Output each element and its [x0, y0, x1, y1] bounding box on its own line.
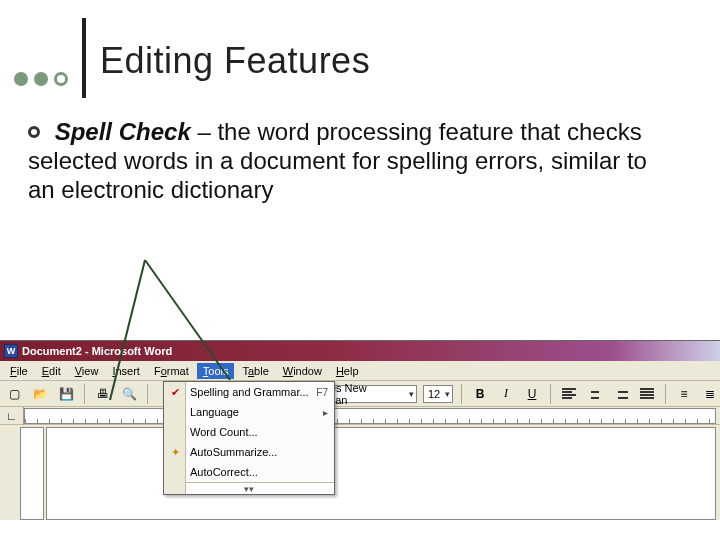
font-size-select[interactable]: 12 [423, 385, 453, 403]
dot-icon [14, 72, 28, 86]
bullet-term: Spell Check [55, 118, 191, 145]
word-titlebar: W Document2 - Microsoft Word [0, 341, 720, 361]
tools-wordcount-label: Word Count... [190, 426, 258, 438]
print-button[interactable]: 🖶 [93, 384, 113, 404]
menu-help[interactable]: Help [330, 363, 365, 379]
slide-body: Spell Check – the word processing featur… [28, 118, 680, 204]
toolbar-separator [461, 384, 462, 404]
left-gutter [0, 425, 18, 520]
tools-spelling-label: Spelling and Grammar... [190, 386, 309, 398]
autosummarize-icon: ✦ [167, 444, 183, 460]
chevron-down-icon: ▾▾ [244, 484, 254, 494]
tools-wordcount-item[interactable]: Word Count... [164, 422, 334, 442]
slide-title: Editing Features [100, 40, 370, 82]
save-button[interactable]: 💾 [56, 384, 76, 404]
tools-spelling-item[interactable]: ✔ Spelling and Grammar... F7 [164, 382, 334, 402]
vertical-ruler[interactable] [20, 427, 44, 520]
word-title-text: Document2 - Microsoft Word [22, 345, 172, 357]
tools-language-item[interactable]: Language ▸ [164, 402, 334, 422]
word-app-icon: W [4, 344, 18, 358]
menu-view[interactable]: View [69, 363, 105, 379]
tools-autosummarize-label: AutoSummarize... [190, 446, 277, 458]
dot-icon [34, 72, 48, 86]
tools-spelling-shortcut: F7 [316, 387, 328, 398]
spellcheck-icon: ✔ [167, 384, 183, 400]
toolbar-separator [147, 384, 148, 404]
menu-format[interactable]: Format [148, 363, 195, 379]
title-divider [82, 18, 86, 98]
underline-button[interactable]: U [522, 384, 542, 404]
tools-language-label: Language [190, 406, 239, 418]
tools-dropdown: ✔ Spelling and Grammar... F7 Language ▸ … [163, 381, 335, 495]
ruler-row: ∟ [0, 407, 720, 425]
tools-autocorrect-item[interactable]: AutoCorrect... [164, 462, 334, 482]
horizontal-ruler[interactable] [24, 408, 716, 424]
decorative-dots [14, 72, 68, 86]
numbered-list-button[interactable]: ≡ [674, 384, 694, 404]
toolbar-separator [665, 384, 666, 404]
open-button[interactable]: 📂 [30, 384, 50, 404]
slide-header: Editing Features [14, 18, 370, 98]
tools-autosummarize-item[interactable]: ✦ AutoSummarize... [164, 442, 334, 462]
toolbar-separator [550, 384, 551, 404]
document-page[interactable] [46, 427, 716, 520]
align-left-button[interactable] [559, 384, 579, 404]
bullet-sep: – [191, 118, 218, 145]
preview-button[interactable]: 🔍 [119, 384, 139, 404]
align-center-button[interactable] [585, 384, 605, 404]
document-area [0, 425, 720, 520]
dot-outline-icon [54, 72, 68, 86]
menu-table[interactable]: Table [236, 363, 274, 379]
font-size-value: 12 [428, 388, 440, 400]
italic-button[interactable]: I [496, 384, 516, 404]
ruler-corner: ∟ [0, 407, 24, 425]
bulleted-list-button[interactable]: ≣ [700, 384, 720, 404]
menu-edit[interactable]: Edit [36, 363, 67, 379]
menu-tools[interactable]: Tools [197, 363, 235, 379]
new-doc-button[interactable]: ▢ [4, 384, 24, 404]
align-right-button[interactable] [611, 384, 631, 404]
menu-file[interactable]: File [4, 363, 34, 379]
menu-window[interactable]: Window [277, 363, 328, 379]
dropdown-expand[interactable]: ▾▾ [164, 482, 334, 494]
justify-button[interactable] [637, 384, 657, 404]
submenu-arrow-icon: ▸ [323, 407, 328, 418]
word-menubar: File Edit View Insert Format Tools Table… [0, 361, 720, 381]
bold-button[interactable]: B [470, 384, 490, 404]
toolbar-separator [84, 384, 85, 404]
word-toolbar: ▢ 📂 💾 🖶 🔍 Times New Roman 12 B I U ≡ ≣ [0, 381, 720, 407]
word-window: W Document2 - Microsoft Word File Edit V… [0, 340, 720, 520]
menu-insert[interactable]: Insert [106, 363, 146, 379]
bullet-ring-icon [28, 126, 40, 138]
tools-autocorrect-label: AutoCorrect... [190, 466, 258, 478]
